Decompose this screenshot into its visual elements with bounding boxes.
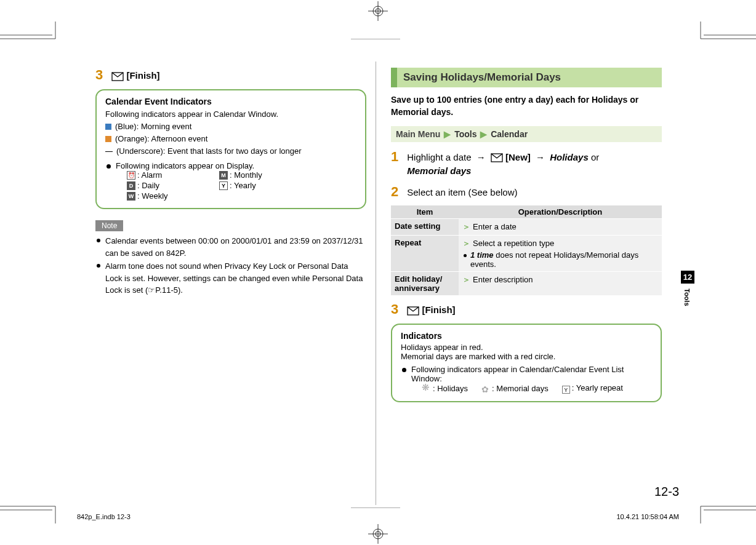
bullet-icon <box>402 368 406 372</box>
mail-icon <box>407 306 419 316</box>
section-intro: Save up to 100 entries (one entry a day)… <box>391 93 662 119</box>
step-number: 3 <box>391 302 398 317</box>
daily-icon: D <box>127 181 135 190</box>
footer-filename: 842p_E.indb 12-3 <box>77 513 131 520</box>
divider <box>351 507 400 508</box>
yearly-label: : Yearly <box>230 181 256 190</box>
monthly-label: : Monthly <box>230 170 262 180</box>
memorial-days-icon <box>481 384 490 393</box>
underscore-icon <box>105 151 113 152</box>
step-number: 1 <box>391 149 398 164</box>
registration-mark-bottom <box>367 523 389 545</box>
note-list: Calendar events between 00:00 on 2000/01… <box>95 235 366 296</box>
right-column: Saving Holidays/Memorial Days Save up to… <box>391 68 662 402</box>
daily-label: : Daily <box>137 181 159 190</box>
nav-path: Main Menu ▶ Tools ▶ Calendar <box>391 126 662 142</box>
nav-tools: Tools <box>454 129 477 139</box>
operation-table: Item Operation/Description Date setting … <box>391 205 662 296</box>
yearly-repeat-label: : Yearly repeat <box>572 383 623 392</box>
crop-mark <box>0 505 62 523</box>
memorial-days-option: Memorial days <box>407 165 471 176</box>
left-column: 3 [Finish] Calendar Event Indicators Fol… <box>95 68 366 402</box>
finish-label: [Finish] <box>422 304 455 315</box>
crop-mark <box>694 505 756 523</box>
section-heading: Saving Holidays/Memorial Days <box>391 68 662 87</box>
box-title: Indicators <box>401 331 652 341</box>
bullet-icon <box>107 164 111 169</box>
side-tab: 12 Tools <box>681 271 694 309</box>
nav-calendar: Calendar <box>491 129 528 139</box>
one-time-label: 1 time <box>470 250 494 260</box>
gt-icon: ＞ <box>462 275 470 284</box>
footer-timestamp: 10.4.21 10:58:04 AM <box>616 513 679 520</box>
holidays-option: Holidays <box>550 152 589 162</box>
underscore-label: (Underscore): Event that lasts for two d… <box>116 146 302 156</box>
note-item: Alarm tone does not sound when Privacy K… <box>105 260 366 296</box>
chapter-label: Tools <box>681 286 693 309</box>
registration-mark-top <box>367 0 389 22</box>
chapter-number: 12 <box>681 271 694 284</box>
table-row: Edit holiday/ anniversary ＞Enter descrip… <box>391 272 662 296</box>
yearly-icon: Y <box>219 181 228 190</box>
box-title: Calendar Event Indicators <box>105 97 356 106</box>
cell-item: Edit holiday/ anniversary <box>391 272 459 296</box>
indicators-box: Indicators Holidays appear in red. Memor… <box>391 324 662 403</box>
box-line: Holidays appear in red. <box>401 343 652 352</box>
divider <box>351 39 400 39</box>
crop-mark <box>0 22 62 40</box>
step-number: 2 <box>391 185 398 199</box>
orange-swatch-icon <box>105 136 111 142</box>
box-intro: Following indicators appear in Calendar/… <box>411 365 652 383</box>
alarm-label: : Alarm <box>137 170 162 180</box>
cell-op: Enter description <box>473 275 533 284</box>
gt-icon: ＞ <box>462 222 470 231</box>
table-row: Date setting ＞Enter a date <box>391 219 662 236</box>
one-time-desc: does not repeat Holidays/Memorial days e… <box>470 250 638 269</box>
chevron-right-icon: ▶ <box>480 129 487 139</box>
chevron-right-icon: ▶ <box>444 129 451 139</box>
memorial-label: : Memorial days <box>492 384 549 393</box>
table-header-item: Item <box>391 205 459 219</box>
crop-mark <box>694 22 756 40</box>
cell-item: Repeat <box>391 236 459 272</box>
step-number: 3 <box>95 68 103 82</box>
arrow-right-icon: → <box>536 152 545 162</box>
column-divider <box>376 62 376 505</box>
or-text: or <box>591 152 599 162</box>
weekly-icon: W <box>127 192 135 201</box>
mail-icon <box>491 153 503 162</box>
blue-label: (Blue): Morning event <box>115 122 191 131</box>
cell-item: Date setting <box>391 219 459 236</box>
note-item: Calendar events between 00:00 on 2000/01… <box>105 235 366 259</box>
holidays-label: : Holidays <box>433 384 468 393</box>
display-intro: Following indicators appear on Display. <box>116 161 356 170</box>
note-tag: Note <box>95 220 123 231</box>
gt-icon: ＞ <box>462 239 470 248</box>
cell-op: Select a repetition type <box>473 239 554 248</box>
arrow-right-icon: → <box>477 152 486 162</box>
holidays-icon <box>422 384 431 392</box>
page-number: 12-3 <box>654 485 679 499</box>
finish-label: [Finish] <box>126 70 159 81</box>
alarm-icon: ⏰ <box>127 171 135 180</box>
yearly-repeat-icon: Y <box>562 386 570 394</box>
cell-op: Enter a date <box>473 222 517 231</box>
mail-icon <box>111 72 124 81</box>
blue-swatch-icon <box>105 124 111 130</box>
orange-label: (Orange): Afternoon event <box>115 134 207 143</box>
monthly-icon: M <box>219 171 228 180</box>
calendar-indicators-box: Calendar Event Indicators Following indi… <box>95 89 366 210</box>
weekly-label: : Weekly <box>137 191 168 201</box>
nav-main: Main Menu <box>396 129 440 139</box>
new-label: [New] <box>505 152 531 162</box>
box-intro: Following indicators appear in Calendar … <box>105 108 356 121</box>
table-row: Repeat ＞Select a repetition type 1 time … <box>391 236 662 272</box>
step2-text: Select an item (See below) <box>407 185 662 200</box>
table-header-op: Operation/Description <box>459 205 662 219</box>
box-line: Memorial days are marked with a red circ… <box>401 352 652 361</box>
step1-text: Highlight a date <box>407 152 471 162</box>
